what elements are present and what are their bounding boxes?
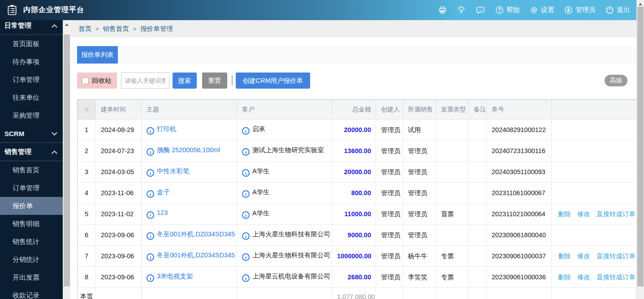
- main-scrollbar[interactable]: [636, 0, 644, 299]
- row-index: 6: [78, 225, 96, 246]
- scroll-up-arrow-icon[interactable]: [65, 23, 69, 26]
- search-button[interactable]: 搜索: [173, 73, 197, 89]
- convert-to-order-link[interactable]: 直接转成订单: [596, 252, 635, 260]
- recycle-bin-toggle[interactable]: 回收站: [77, 73, 117, 89]
- header-invoice-type: 发票类型: [436, 100, 469, 120]
- info-icon[interactable]: i: [147, 148, 154, 156]
- sales-owner-cell: 试用: [403, 120, 436, 141]
- subject-link[interactable]: 打印机: [157, 125, 177, 132]
- recycle-bin-checkbox[interactable]: [82, 77, 89, 84]
- info-icon[interactable]: i: [242, 274, 250, 282]
- sales-owner-cell: 管理员: [403, 183, 436, 204]
- settings-button[interactable]: 设置: [529, 5, 554, 15]
- customer-name: 测试上海生物研究实验室: [252, 146, 324, 154]
- reset-button[interactable]: 重置: [202, 73, 227, 89]
- gear-icon: [529, 5, 539, 15]
- subject-cell: i盒子: [142, 183, 237, 204]
- info-icon[interactable]: i: [147, 127, 154, 135]
- info-icon[interactable]: i: [242, 253, 250, 261]
- creator-cell: 管理员: [376, 141, 403, 162]
- order-number-cell: 202309061000037: [487, 246, 552, 267]
- lock-icon: [564, 5, 573, 15]
- breadcrumb-item[interactable]: 首页: [78, 25, 91, 33]
- info-icon[interactable]: i: [147, 190, 154, 198]
- logout-button[interactable]: 退出: [605, 5, 630, 15]
- help-label: 帮助: [506, 6, 520, 14]
- info-icon[interactable]: i: [147, 232, 154, 240]
- info-icon[interactable]: i: [242, 169, 250, 177]
- info-icon[interactable]: i: [147, 169, 154, 177]
- sidebar-item[interactable]: 销售首页: [0, 161, 63, 179]
- info-icon[interactable]: i: [147, 274, 154, 282]
- sidebar-group[interactable]: 日常管理: [0, 20, 63, 34]
- tab-quotation-list[interactable]: 报价单列表: [77, 46, 118, 64]
- advanced-button[interactable]: 高级: [605, 75, 627, 86]
- sidebar-group[interactable]: 销售管理: [0, 143, 63, 161]
- sidebar-item[interactable]: 订单管理: [0, 71, 63, 89]
- delete-link[interactable]: 删除: [558, 273, 571, 281]
- scroll-up-arrow-icon[interactable]: [639, 3, 642, 5]
- help-button[interactable]: ? 帮助: [495, 5, 520, 15]
- sidebar-item[interactable]: 开出发票: [0, 269, 63, 286]
- info-icon[interactable]: i: [242, 127, 250, 135]
- convert-to-order-link[interactable]: 直接转成订单: [596, 210, 635, 218]
- edit-link[interactable]: 修改: [577, 210, 590, 218]
- customer-cell: iA学生: [237, 183, 332, 204]
- invoice-type-cell: 普票: [436, 204, 469, 225]
- sidebar-item[interactable]: 分销统计: [0, 251, 63, 269]
- info-icon[interactable]: i: [147, 211, 154, 219]
- info-icon[interactable]: i: [242, 211, 250, 219]
- info-icon[interactable]: i: [147, 253, 154, 261]
- header-order-number: 单号: [487, 100, 552, 120]
- subject-link[interactable]: 123: [157, 209, 168, 216]
- created-date-cell: 2024-03-05: [96, 162, 142, 183]
- subject-link[interactable]: 胰酶 25200056,100ml: [157, 146, 220, 154]
- edit-link[interactable]: 修改: [577, 252, 590, 260]
- creator-cell: 管理员: [376, 204, 403, 225]
- sales-owner-cell: 杨牛牛: [403, 246, 436, 267]
- breadcrumb-item[interactable]: 销售首页: [103, 25, 129, 33]
- keyword-search-input[interactable]: [121, 73, 169, 89]
- chat-icon[interactable]: [475, 5, 485, 15]
- sidebar-item[interactable]: 订单管理: [0, 179, 63, 197]
- sidebar-scrollbar[interactable]: [63, 20, 70, 299]
- total-amount-cell: 800.00: [332, 183, 376, 204]
- admin-button[interactable]: 管理员: [564, 5, 596, 15]
- subject-link[interactable]: 盒子: [157, 188, 170, 196]
- sidebar-item[interactable]: 待办事项: [0, 53, 63, 71]
- convert-to-order-link[interactable]: 直接转成订单: [596, 273, 635, 281]
- sidebar-item[interactable]: 报价单: [0, 197, 63, 215]
- subject-cell: i打印机: [142, 120, 237, 141]
- header-subject: 主题: [142, 100, 237, 120]
- sidebar-item[interactable]: 销售明细: [0, 215, 63, 233]
- subject-link[interactable]: 冬至001外机,DZ034SD345: [157, 252, 235, 259]
- info-icon[interactable]: i: [242, 148, 250, 156]
- sidebar-item[interactable]: 首页面板: [0, 35, 63, 53]
- info-icon[interactable]: i: [242, 232, 250, 240]
- invoice-type-cell: [436, 225, 469, 246]
- invoice-type-cell: [436, 183, 469, 204]
- header-creator: 创建人: [376, 100, 403, 120]
- sidebar-item[interactable]: 往来单位: [0, 89, 63, 107]
- sidebar-item[interactable]: 销售统计: [0, 233, 63, 251]
- subject-link[interactable]: 冬至001外机,DZ034SD345: [157, 231, 235, 238]
- row-index: 2: [78, 141, 96, 162]
- sidebar-item[interactable]: 采购管理: [0, 107, 63, 124]
- delete-link[interactable]: 删除: [558, 252, 571, 260]
- subject-link[interactable]: 3米电视支架: [157, 273, 193, 280]
- subject-link[interactable]: 中性水彩笔: [157, 167, 190, 175]
- create-crm-quotation-button[interactable]: 创建CRM用户报价单: [236, 73, 311, 89]
- sidebar-scrollbar-thumb[interactable]: [64, 34, 70, 286]
- sidebar-group[interactable]: SCRM: [0, 124, 63, 142]
- lightbulb-icon[interactable]: [457, 5, 466, 15]
- created-date-cell: 2024-08-29: [96, 120, 142, 141]
- customer-name: A学生: [252, 188, 270, 196]
- sidebar-item[interactable]: 收款记录: [0, 286, 63, 299]
- info-icon[interactable]: i: [242, 190, 250, 198]
- main-scrollbar-thumb[interactable]: [637, 7, 644, 286]
- edit-link[interactable]: 修改: [577, 273, 590, 281]
- breadcrumb-item[interactable]: 报价单管理: [140, 25, 173, 33]
- printer-icon[interactable]: [438, 5, 447, 15]
- delete-link[interactable]: 删除: [558, 210, 571, 218]
- total-amount-cell: 20000.00: [332, 120, 376, 141]
